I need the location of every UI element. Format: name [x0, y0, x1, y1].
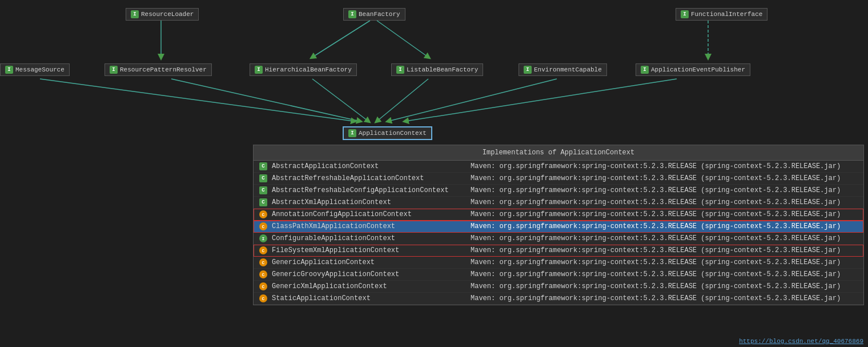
row-icon-GenericXmlApplicationContext: C	[259, 282, 267, 290]
row-name-FileSystemXmlApplicationContext: FileSystemXmlApplicationContext	[272, 246, 466, 254]
node-ApplicationEventPublisher[interactable]: ApplicationEventPublisher	[636, 63, 750, 76]
row-name-AbstractRefreshableConfigApplicationContext: AbstractRefreshableConfigApplicationCont…	[272, 186, 466, 194]
svg-line-5	[40, 79, 354, 121]
node-MessageSource[interactable]: MessageSource	[0, 63, 70, 76]
row-source-AbstractApplicationContext: Maven: org.springframework:spring-contex…	[471, 162, 841, 170]
row-name-AnnotationConfigApplicationContext: AnnotationConfigApplicationContext	[272, 210, 466, 218]
row-name-StaticApplicationContext: StaticApplicationContext	[272, 294, 466, 302]
row-source-GenericXmlApplicationContext: Maven: org.springframework:spring-contex…	[471, 282, 841, 290]
row-icon-ClassPathXmlApplicationContext: C	[259, 222, 267, 230]
row-icon-AbstractXmlApplicationContext: C	[259, 198, 267, 206]
svg-line-7	[377, 79, 428, 121]
svg-line-1	[312, 21, 370, 57]
popup-row-AbstractRefreshableApplicationContext[interactable]: CAbstractRefreshableApplicationContextMa…	[254, 173, 863, 185]
row-icon-StaticApplicationContext: C	[259, 294, 267, 302]
diagram-area: ResourceLoader BeanFactory FunctionalInt…	[0, 0, 868, 347]
node-ResourceLoader-icon	[131, 10, 139, 18]
row-icon-AbstractApplicationContext: C	[259, 162, 267, 170]
popup-header: Implementations of ApplicationContext	[254, 145, 863, 161]
row-icon-GenericGroovyApplicationContext: C	[259, 270, 267, 278]
node-ListableBeanFactory[interactable]: ListableBeanFactory	[391, 63, 483, 76]
node-ResourceLoader[interactable]: ResourceLoader	[126, 8, 199, 21]
svg-line-8	[388, 79, 557, 121]
node-MessageSource-icon	[5, 66, 13, 74]
row-source-ClassPathXmlApplicationContext: Maven: org.springframework:spring-contex…	[471, 222, 841, 230]
row-source-AbstractXmlApplicationContext: Maven: org.springframework:spring-contex…	[471, 198, 841, 206]
popup-row-GenericXmlApplicationContext[interactable]: CGenericXmlApplicationContextMaven: org.…	[254, 281, 863, 293]
row-name-AbstractXmlApplicationContext: AbstractXmlApplicationContext	[272, 198, 466, 206]
node-ResourcePatternResolver[interactable]: ResourcePatternResolver	[105, 63, 212, 76]
node-FunctionalInterface[interactable]: FunctionalInterface	[676, 8, 767, 21]
row-icon-ConfigurableApplicationContext: I	[259, 234, 267, 242]
row-source-AbstractRefreshableConfigApplicationContext: Maven: org.springframework:spring-contex…	[471, 186, 841, 194]
row-source-GenericApplicationContext: Maven: org.springframework:spring-contex…	[471, 258, 841, 266]
row-name-GenericApplicationContext: GenericApplicationContext	[272, 258, 466, 266]
node-FunctionalInterface-icon	[681, 10, 689, 18]
row-icon-AnnotationConfigApplicationContext: C	[259, 210, 267, 218]
row-source-FileSystemXmlApplicationContext: Maven: org.springframework:spring-contex…	[471, 246, 841, 254]
row-source-GenericGroovyApplicationContext: Maven: org.springframework:spring-contex…	[471, 270, 841, 278]
footer-link[interactable]: https://blog.csdn.net/qq_40676869	[739, 338, 863, 345]
row-name-ConfigurableApplicationContext: ConfigurableApplicationContext	[272, 234, 466, 242]
popup-row-ConfigurableApplicationContext[interactable]: IConfigurableApplicationContextMaven: or…	[254, 233, 863, 245]
popup-row-ClassPathXmlApplicationContext[interactable]: CClassPathXmlApplicationContextMaven: or…	[254, 221, 863, 233]
row-name-AbstractApplicationContext: AbstractApplicationContext	[272, 162, 466, 170]
row-icon-GenericApplicationContext: C	[259, 258, 267, 266]
node-ListableBeanFactory-icon	[396, 66, 404, 74]
popup-row-GenericGroovyApplicationContext[interactable]: CGenericGroovyApplicationContextMaven: o…	[254, 269, 863, 281]
node-HierarchicalBeanFactory-icon	[255, 66, 263, 74]
popup-row-FileSystemXmlApplicationContext[interactable]: CFileSystemXmlApplicationContextMaven: o…	[254, 245, 863, 257]
implementations-popup: Implementations of ApplicationContext CA…	[253, 145, 864, 305]
svg-line-6	[312, 79, 368, 121]
node-ApplicationEventPublisher-icon	[641, 66, 649, 74]
node-BeanFactory-icon	[348, 10, 356, 18]
popup-row-AnnotationConfigApplicationContext[interactable]: CAnnotationConfigApplicationContextMaven…	[254, 209, 863, 221]
svg-line-9	[405, 79, 677, 121]
node-ResourcePatternResolver-icon	[110, 66, 118, 74]
node-ApplicationContext-icon	[348, 129, 356, 137]
row-name-GenericXmlApplicationContext: GenericXmlApplicationContext	[272, 282, 466, 290]
node-EnvironmentCapable-icon	[524, 66, 532, 74]
popup-row-AbstractRefreshableConfigApplicationContext[interactable]: CAbstractRefreshableConfigApplicationCon…	[254, 185, 863, 197]
row-source-AnnotationConfigApplicationContext: Maven: org.springframework:spring-contex…	[471, 210, 841, 218]
popup-row-StaticApplicationContext[interactable]: CStaticApplicationContextMaven: org.spri…	[254, 293, 863, 305]
row-icon-FileSystemXmlApplicationContext: C	[259, 246, 267, 254]
svg-line-2	[377, 21, 428, 57]
row-source-ConfigurableApplicationContext: Maven: org.springframework:spring-contex…	[471, 234, 841, 242]
row-icon-AbstractRefreshableConfigApplicationContext: C	[259, 186, 267, 194]
row-source-StaticApplicationContext: Maven: org.springframework:spring-contex…	[471, 294, 841, 302]
node-HierarchicalBeanFactory[interactable]: HierarchicalBeanFactory	[250, 63, 357, 76]
row-name-ClassPathXmlApplicationContext: ClassPathXmlApplicationContext	[272, 222, 466, 230]
row-source-AbstractRefreshableApplicationContext: Maven: org.springframework:spring-contex…	[471, 174, 841, 182]
row-name-AbstractRefreshableApplicationContext: AbstractRefreshableApplicationContext	[272, 174, 466, 182]
node-EnvironmentCapable[interactable]: EnvironmentCapable	[519, 63, 607, 76]
popup-row-AbstractApplicationContext[interactable]: CAbstractApplicationContextMaven: org.sp…	[254, 161, 863, 173]
popup-row-AbstractXmlApplicationContext[interactable]: CAbstractXmlApplicationContextMaven: org…	[254, 197, 863, 209]
node-BeanFactory[interactable]: BeanFactory	[343, 8, 405, 21]
row-name-GenericGroovyApplicationContext: GenericGroovyApplicationContext	[272, 270, 466, 278]
row-icon-AbstractRefreshableApplicationContext: C	[259, 174, 267, 182]
popup-row-GenericApplicationContext[interactable]: CGenericApplicationContextMaven: org.spr…	[254, 257, 863, 269]
node-ApplicationContext[interactable]: ApplicationContext	[343, 127, 432, 139]
svg-line-4	[171, 79, 360, 121]
